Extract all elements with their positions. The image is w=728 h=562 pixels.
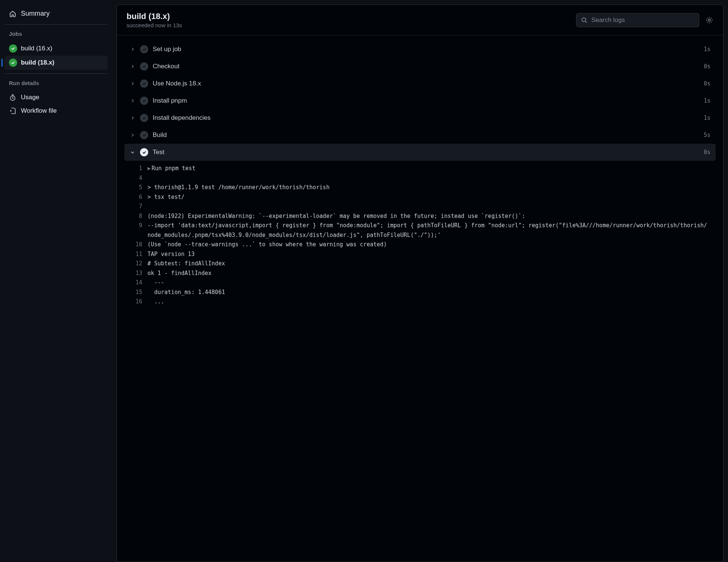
log-line-text: (Use `node --trace-warnings ...` to show… <box>147 240 712 250</box>
page-subtitle: succeeded now in 13s <box>127 22 576 28</box>
log-line-text: > tsx test/ <box>147 193 712 202</box>
jobs-heading: Jobs <box>4 31 108 41</box>
check-circle-icon <box>140 45 148 53</box>
check-circle-icon <box>140 97 148 105</box>
svg-point-2 <box>708 19 710 21</box>
search-box[interactable] <box>576 13 699 27</box>
log-line-text: > thorish@1.1.9 test /home/runner/work/t… <box>147 183 712 193</box>
log-line: 14 --- <box>128 278 712 288</box>
run-details-workflow-file[interactable]: Workflow file <box>4 104 108 118</box>
step-duration: 0s <box>704 80 710 87</box>
log-line: 11TAP version 13 <box>128 250 712 259</box>
log-line-text: # Subtest: findAllIndex <box>147 259 712 269</box>
step-name: Build <box>153 131 699 139</box>
log-line: 13ok 1 - findAllIndex <box>128 269 712 278</box>
check-circle-icon <box>9 44 17 53</box>
sidebar-summary[interactable]: Summary <box>4 7 108 21</box>
log-line-number: 5 <box>128 183 147 193</box>
log-line-number: 10 <box>128 240 147 250</box>
main-header: build (18.x) succeeded now in 13s <box>117 5 723 35</box>
chevron-right-icon <box>130 116 136 120</box>
log-line: 4 <box>128 174 712 183</box>
log-line-text: --- <box>147 278 712 288</box>
page-title: build (18.x) <box>127 12 576 21</box>
chevron-right-icon <box>130 133 136 137</box>
log-line-number: 13 <box>128 269 147 278</box>
main-panel: build (18.x) succeeded now in 13s Set up… <box>116 4 724 562</box>
log-line-text: --import 'data:text/javascript,import { … <box>147 221 712 240</box>
log-line-text: (node:1922) ExperimentalWarning: `--expe… <box>147 212 712 221</box>
step-test[interactable]: Test 0s <box>124 144 716 161</box>
summary-label: Summary <box>21 10 50 18</box>
step-install-pnpm[interactable]: Install pnpm 1s <box>124 92 716 109</box>
svg-point-1 <box>582 18 586 21</box>
log-line-text: ... <box>147 297 712 307</box>
log-line: 6> tsx test/ <box>128 193 712 202</box>
chevron-right-icon <box>130 81 136 86</box>
log-line-number: 6 <box>128 193 147 202</box>
log-line: 10(Use `node --trace-warnings ...` to sh… <box>128 240 712 250</box>
log-line-number: 8 <box>128 212 147 221</box>
step-name: Use Node.js 18.x <box>153 80 699 87</box>
stopwatch-icon <box>9 94 16 101</box>
step-duration: 1s <box>704 46 710 53</box>
settings-button[interactable] <box>705 16 713 24</box>
log-line-number: 9 <box>128 221 147 231</box>
step-name: Set up job <box>153 46 699 53</box>
log-line-text: TAP version 13 <box>147 250 712 259</box>
step-duration: 5s <box>704 132 710 138</box>
log-line-text: duration_ms: 1.448061 <box>147 288 712 297</box>
log-line-number: 12 <box>128 259 147 269</box>
job-item-build-16x[interactable]: build (16.x) <box>4 41 108 56</box>
divider <box>4 74 108 74</box>
log-line-text: ok 1 - findAllIndex <box>147 269 712 278</box>
log-line-number: 16 <box>128 297 147 307</box>
log-line: 5> thorish@1.1.9 test /home/runner/work/… <box>128 183 712 193</box>
log-line: 1▶Run pnpm test <box>128 164 712 174</box>
step-name: Install dependencies <box>153 114 699 122</box>
sidebar: Summary Jobs build (16.x) build (18.x) R… <box>0 0 112 562</box>
gear-icon <box>705 16 713 24</box>
usage-label: Usage <box>21 94 39 101</box>
check-circle-icon <box>9 59 17 67</box>
check-circle-icon <box>140 79 148 88</box>
step-duration: 1s <box>704 97 710 104</box>
search-input[interactable] <box>591 16 694 24</box>
chevron-right-icon <box>130 47 136 51</box>
log-output: 1▶Run pnpm test45> thorish@1.1.9 test /h… <box>124 161 716 314</box>
step-duration: 0s <box>704 149 710 156</box>
workflow-file-label: Workflow file <box>21 107 57 115</box>
search-icon <box>581 17 588 24</box>
home-icon <box>9 10 16 18</box>
step-duration: 0s <box>704 63 710 70</box>
step-set-up-job[interactable]: Set up job 1s <box>124 41 716 58</box>
log-line: 15 duration_ms: 1.448061 <box>128 288 712 297</box>
workflow-icon <box>9 107 16 115</box>
step-duration: 1s <box>704 115 710 121</box>
run-details-heading: Run details <box>4 80 108 91</box>
step-checkout[interactable]: Checkout 0s <box>124 58 716 75</box>
log-line-number: 14 <box>128 278 147 288</box>
log-line-number: 11 <box>128 250 147 259</box>
step-name: Test <box>153 149 699 156</box>
job-label: build (18.x) <box>21 59 55 66</box>
log-line: 8(node:1922) ExperimentalWarning: `--exp… <box>128 212 712 221</box>
caret-right-icon[interactable]: ▶ <box>147 165 151 172</box>
log-line-number: 4 <box>128 174 147 183</box>
log-line-number: 1 <box>128 164 147 174</box>
chevron-right-icon <box>130 64 136 69</box>
job-item-build-18x[interactable]: build (18.x) <box>4 56 108 70</box>
run-details-usage[interactable]: Usage <box>4 91 108 104</box>
log-line-text: ▶Run pnpm test <box>147 164 712 174</box>
log-line: 16 ... <box>128 297 712 307</box>
log-line-number: 7 <box>128 202 147 212</box>
step-name: Checkout <box>153 63 699 70</box>
check-circle-icon <box>140 148 148 156</box>
step-install-dependencies[interactable]: Install dependencies 1s <box>124 109 716 127</box>
chevron-right-icon <box>130 99 136 103</box>
step-build[interactable]: Build 5s <box>124 127 716 144</box>
step-use-node[interactable]: Use Node.js 18.x 0s <box>124 75 716 92</box>
log-line-number: 15 <box>128 288 147 297</box>
log-line: 12# Subtest: findAllIndex <box>128 259 712 269</box>
job-label: build (16.x) <box>21 45 52 52</box>
